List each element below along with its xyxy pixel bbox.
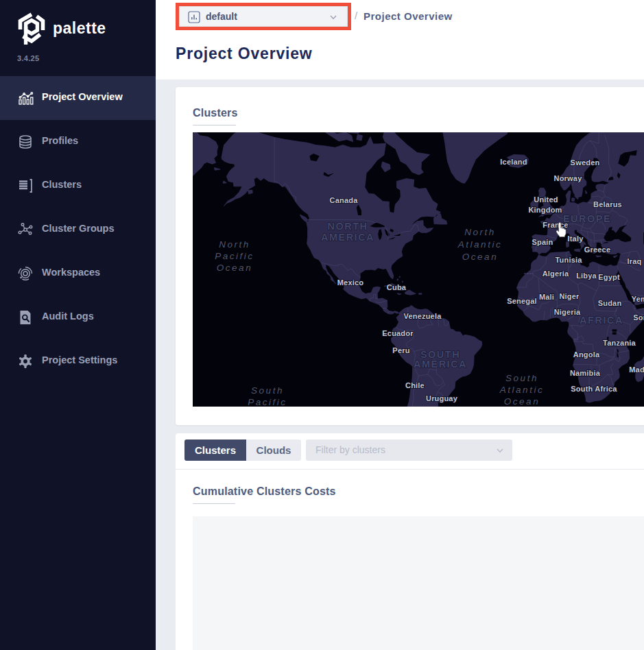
svg-text:Kingdom: Kingdom (528, 206, 562, 214)
svg-text:Sudan: Sudan (598, 299, 622, 307)
svg-text:AMERICA: AMERICA (414, 359, 467, 370)
svg-text:Belarus: Belarus (593, 200, 622, 208)
svg-text:Ocean: Ocean (217, 263, 252, 273)
svg-text:Somalia: Somalia (633, 313, 644, 322)
svg-text:Sweden: Sweden (571, 158, 600, 167)
svg-text:AFRICA: AFRICA (580, 315, 623, 326)
svg-text:Senegal: Senegal (507, 297, 537, 305)
svg-text:Namibia: Namibia (570, 369, 601, 377)
svg-text:EUROPE: EUROPE (563, 213, 611, 224)
svg-text:NORTH: NORTH (327, 221, 368, 232)
svg-text:United: United (534, 195, 558, 204)
svg-text:Pacific: Pacific (215, 251, 254, 261)
svg-text:South Africa: South Africa (571, 385, 617, 393)
svg-text:Cuba: Cuba (387, 283, 407, 291)
svg-text:South: South (251, 385, 284, 396)
svg-text:Algeria: Algeria (542, 269, 569, 278)
svg-text:Angola: Angola (573, 350, 600, 359)
svg-text:Ocean: Ocean (504, 396, 540, 407)
svg-text:Yemen: Yemen (632, 295, 644, 303)
svg-text:Spain: Spain (532, 238, 553, 246)
svg-text:Ecuador: Ecuador (382, 329, 414, 337)
svg-text:Mali: Mali (539, 293, 554, 301)
svg-text:Italy: Italy (567, 234, 584, 243)
svg-text:Atlantic: Atlantic (457, 239, 502, 250)
svg-text:North: North (464, 227, 496, 237)
svg-text:Tunisia: Tunisia (555, 256, 582, 264)
svg-text:Egypt: Egypt (598, 273, 620, 281)
svg-text:North: North (219, 239, 250, 250)
svg-text:Nigeria: Nigeria (554, 308, 581, 316)
svg-text:Uruguay: Uruguay (426, 394, 458, 402)
svg-text:Tanzania: Tanzania (603, 339, 636, 347)
svg-text:Mexico: Mexico (337, 278, 364, 287)
svg-text:Peru: Peru (392, 346, 409, 354)
svg-text:Greece: Greece (584, 245, 611, 254)
svg-text:Canada: Canada (330, 196, 359, 204)
svg-text:Madagascar: Madagascar (629, 365, 644, 374)
svg-text:Libya: Libya (576, 272, 597, 280)
svg-text:Niger: Niger (559, 292, 580, 300)
svg-text:Venezuela: Venezuela (404, 312, 442, 320)
svg-text:Iceland: Iceland (500, 158, 527, 166)
svg-text:Atlantic: Atlantic (499, 385, 544, 395)
svg-text:South: South (505, 373, 538, 383)
svg-text:AMERICA: AMERICA (321, 232, 374, 243)
svg-text:Pacific: Pacific (248, 397, 287, 407)
svg-text:Ocean: Ocean (462, 252, 498, 262)
svg-text:Iraq: Iraq (628, 257, 642, 265)
svg-text:Chile: Chile (405, 381, 425, 389)
svg-text:Norway: Norway (554, 174, 583, 182)
